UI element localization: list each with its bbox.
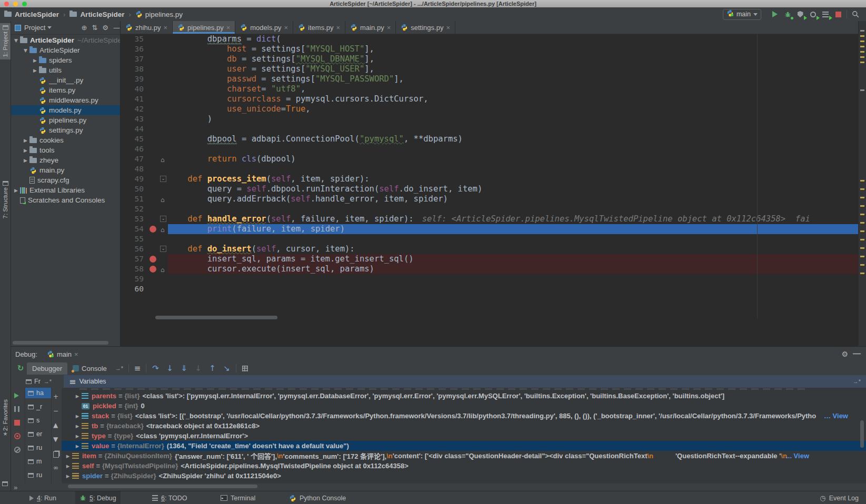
statusbar-debug-button[interactable]: 5: Debug	[75, 491, 121, 504]
warning-stripe-mark[interactable]	[860, 214, 864, 215]
code-line-47[interactable]: 47⌂ return cls(dbpool)	[121, 154, 858, 164]
chevron-right-icon[interactable]: ▶	[74, 394, 81, 399]
search-button[interactable]	[849, 8, 862, 20]
warning-stripe-mark[interactable]	[860, 239, 864, 240]
resume-button[interactable]	[14, 391, 19, 400]
move-down-button[interactable]: ▼	[53, 436, 58, 443]
warning-stripe-mark[interactable]	[860, 197, 864, 198]
stop-button[interactable]	[832, 8, 844, 20]
tree-item-zheye[interactable]: ▶zheye	[11, 155, 120, 165]
fold-icon[interactable]: ⌄	[160, 246, 166, 252]
editor-horizontal-scrollbar[interactable]	[155, 316, 277, 319]
variable-row-pickled[interactable]: 01pickled={int}0	[62, 401, 866, 411]
code-text[interactable]: insert_sql, params = item.get_insert_sql…	[168, 254, 858, 264]
code-line-40[interactable]: 40 charset= "utf8",	[121, 84, 858, 94]
gutter[interactable]	[148, 44, 168, 54]
tree-item-models.py[interactable]: models.py	[11, 105, 120, 115]
code-text[interactable]: charset= "utf8",	[168, 84, 858, 94]
warning-stripe-mark[interactable]	[860, 35, 864, 37]
code-text[interactable]: query = self.dbpool.runInteraction(self.…	[168, 184, 858, 194]
tree-item-articlespider[interactable]: ▼ArticleSpider~/ArticleSpider	[11, 35, 120, 45]
chevron-right-icon[interactable]: ▶	[65, 453, 71, 459]
editor[interactable]: zhihu.py×pipelines.py×models.py×items.py…	[121, 21, 858, 346]
statusbar-run-button[interactable]: 4: Run	[25, 491, 61, 504]
coverage-button[interactable]	[794, 8, 807, 20]
close-icon[interactable]: ×	[336, 24, 341, 32]
chevron-down-icon[interactable]	[47, 26, 52, 29]
code-line-57[interactable]: 57 insert_sql, params = item.get_insert_…	[121, 254, 858, 264]
chevron-right-icon[interactable]: ▶	[65, 463, 71, 469]
warning-stripe-mark[interactable]	[860, 264, 864, 266]
stripe-mark[interactable]	[860, 89, 864, 91]
force-step-into-button[interactable]: ⇓	[177, 364, 191, 373]
code-text[interactable]: def do_insert(self, cursor, item):	[168, 244, 858, 254]
code-line-44[interactable]: 44	[121, 124, 858, 134]
code-text[interactable]	[168, 234, 858, 244]
tree-item-tools[interactable]: ▶tools	[11, 145, 120, 155]
gutter[interactable]	[148, 184, 168, 194]
code-text[interactable]: cursor.execute(insert_sql, params)	[168, 264, 858, 274]
gutter[interactable]: ⌄	[148, 174, 168, 184]
code-area[interactable]: 35 dbparms = dict(36 host = settings["MY…	[121, 34, 858, 346]
code-line-42[interactable]: 42 use_unicode=True,	[121, 104, 858, 114]
code-text[interactable]: def handle_error(self, failure, item, sp…	[168, 214, 858, 224]
evaluate-expression-button[interactable]	[238, 362, 251, 374]
tree-item-utils[interactable]: ▶utils	[11, 65, 120, 75]
run-configuration-select[interactable]: main	[723, 9, 761, 20]
warning-stripe-mark[interactable]	[860, 230, 864, 232]
hide-debug-panel-button[interactable]: —	[853, 349, 861, 358]
variable-row-parents[interactable]: ▶parents={list}<class 'list'>: ['pymysql…	[62, 391, 866, 401]
chevron-right-icon[interactable]: ▶	[74, 424, 81, 429]
editor-tab-items.py[interactable]: items.py×	[293, 21, 345, 34]
frame-item[interactable]: ru	[25, 470, 52, 480]
tree-item-externallibraries[interactable]: ▶External Libraries	[11, 185, 120, 195]
code-line-41[interactable]: 41 cursorclass = pymysql.cursors.DictCur…	[121, 94, 858, 104]
gutter[interactable]	[148, 234, 168, 244]
gutter[interactable]	[148, 84, 168, 94]
menu-icon[interactable]: ≡	[69, 377, 76, 387]
breadcrumb-item[interactable]: ArticleSpider	[4, 11, 59, 18]
warning-stripe-mark[interactable]	[860, 188, 864, 190]
gutter[interactable]	[148, 134, 168, 144]
variable-row-value[interactable]: ▶value={InternalError}(1364, "Field 'cre…	[62, 441, 866, 451]
frame-item[interactable]: _r	[25, 401, 52, 412]
code-line-39[interactable]: 39 passwd = settings["MYSQL_PASSWORD"],	[121, 74, 858, 84]
expand-more-icon[interactable]: »	[14, 483, 17, 491]
chevron-right-icon[interactable]: ▶	[74, 414, 81, 419]
warning-stripe-mark[interactable]	[860, 247, 864, 249]
code-line-56[interactable]: 56⌄ def do_insert(self, cursor, item):	[121, 244, 858, 254]
pin-icon[interactable]: →*	[115, 365, 123, 371]
chevron-right-icon[interactable]: ▶	[74, 434, 81, 439]
warning-stripe-mark[interactable]	[860, 273, 864, 274]
code-line-38[interactable]: 38 user = settings["MYSQL_USER"],	[121, 64, 858, 74]
editor-tab-pipelines.py[interactable]: pipelines.py×	[173, 21, 235, 34]
code-line-59[interactable]: 59	[121, 274, 858, 284]
code-line-51[interactable]: 51⌂ query.addErrback(self.handle_error, …	[121, 194, 858, 204]
close-icon[interactable]: ×	[387, 24, 391, 32]
debug-button[interactable]	[781, 8, 794, 20]
duplicate-button[interactable]	[53, 450, 59, 459]
gutter[interactable]: ⌂	[148, 264, 168, 274]
editor-tab-models.py[interactable]: models.py×	[235, 21, 293, 34]
add-watch-button[interactable]: +	[53, 393, 58, 400]
debug-tab-console[interactable]: Console	[67, 362, 112, 375]
gutter[interactable]	[148, 274, 168, 284]
warning-stripe-mark[interactable]	[860, 41, 864, 42]
gutter[interactable]: ⌂	[148, 194, 168, 204]
variable-row-type[interactable]: ▶type={type}<class 'pymysql.err.Internal…	[62, 431, 866, 441]
editor-tab-settings.py[interactable]: settings.py×	[396, 21, 455, 34]
editor-tab-zhihu.py[interactable]: zhihu.py×	[121, 21, 173, 34]
step-into-button[interactable]: ↓	[163, 364, 177, 373]
close-icon[interactable]: ×	[74, 350, 78, 358]
close-icon[interactable]: ×	[226, 24, 231, 32]
code-line-50[interactable]: 50 query = self.dbpool.runInteraction(se…	[121, 184, 858, 194]
chevron-right-icon[interactable]: ▶	[23, 148, 28, 153]
code-line-52[interactable]: 52	[121, 204, 858, 214]
pause-button[interactable]	[14, 405, 19, 414]
tree-item-spiders[interactable]: ▶spiders	[11, 55, 120, 65]
chevron-right-icon[interactable]: ▶	[32, 68, 38, 73]
tree-item-__init__.py[interactable]: __init__.py	[11, 75, 120, 85]
show-watches-button[interactable]: ∞	[53, 464, 58, 471]
breakpoint-icon[interactable]	[150, 266, 156, 273]
code-line-49[interactable]: 49⌄ def process_item(self, item, spider)…	[121, 174, 858, 184]
